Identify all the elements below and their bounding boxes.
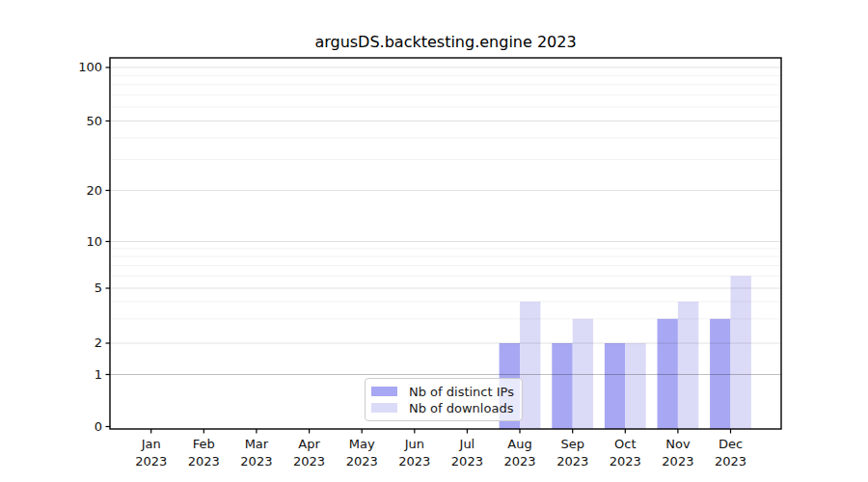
- x-tick-year: 2023: [692, 453, 770, 470]
- bar-sep-downloads: [573, 319, 593, 429]
- y-tick-label: 100: [25, 59, 102, 76]
- y-tick-label: 5: [25, 280, 102, 297]
- bar-oct-distinct-ips: [605, 343, 625, 429]
- bar-dec-distinct-ips: [710, 319, 730, 429]
- chart-figure: argusDS.backtesting.engine 2023 Nb of di…: [0, 0, 868, 482]
- chart-title: argusDS.backtesting.engine 2023: [110, 33, 781, 52]
- bar-nov-downloads: [678, 302, 698, 429]
- bar-oct-downloads: [625, 343, 645, 429]
- legend-label-downloads: Nb of downloads: [409, 401, 513, 415]
- legend-swatch-distinct-ips: [371, 387, 397, 396]
- y-tick-label: 50: [25, 113, 102, 130]
- legend-swatch-downloads: [371, 403, 397, 413]
- y-tick-label: 1: [25, 366, 102, 384]
- bar-dec-downloads: [731, 276, 751, 429]
- bar-aug-downloads: [520, 302, 540, 429]
- bar-sep-distinct-ips: [552, 343, 572, 429]
- y-tick-label: 10: [25, 233, 102, 251]
- legend-label-distinct-ips: Nb of distinct IPs: [409, 385, 514, 399]
- y-tick-label: 20: [25, 182, 102, 200]
- legend-item-downloads: Nb of downloads: [371, 400, 514, 415]
- bar-nov-distinct-ips: [658, 319, 678, 429]
- legend: Nb of distinct IPs Nb of downloads: [365, 378, 523, 421]
- y-tick-label: 2: [25, 335, 102, 352]
- legend-item-distinct-ips: Nb of distinct IPs: [371, 384, 514, 399]
- x-tick-month: Dec: [692, 436, 770, 453]
- x-tick-label: Dec2023: [692, 436, 770, 469]
- y-tick-label: 0: [25, 418, 102, 436]
